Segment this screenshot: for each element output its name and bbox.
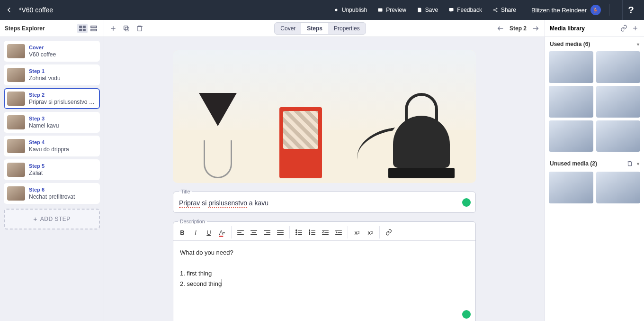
link-media-icon[interactable] [619, 24, 628, 33]
step-nav-label: Step 2 [510, 25, 527, 32]
sidebar-step-item[interactable]: Step 4Kavu do drippra [4, 136, 100, 156]
step-hero-image[interactable] [173, 50, 476, 183]
used-media-grid [545, 51, 644, 156]
step-name: Zaliat [29, 170, 45, 176]
outdent-button[interactable] [319, 226, 331, 238]
subscript-button[interactable]: x2 [364, 226, 376, 238]
step-name: Kavu do drippra [29, 146, 69, 153]
bold-button[interactable]: B [176, 226, 188, 238]
description-field: Description B I U A ▾ [173, 219, 476, 321]
step-nav: Step 2 [496, 24, 540, 33]
italic-button[interactable]: I [189, 226, 202, 238]
preview-button[interactable]: Preview [374, 4, 410, 16]
align-right-button[interactable] [261, 226, 273, 238]
align-center-button[interactable] [248, 226, 260, 238]
step-label: Step 5 [29, 163, 45, 169]
trash-icon[interactable] [626, 159, 634, 168]
svg-rect-16 [125, 27, 129, 31]
media-thumb[interactable] [596, 51, 641, 83]
media-thumb[interactable] [596, 86, 641, 118]
grid-view-icon[interactable] [77, 24, 88, 33]
add-step-button[interactable]: +ADD STEP [4, 209, 100, 229]
svg-point-4 [496, 8, 497, 9]
svg-text:3: 3 [309, 233, 310, 235]
step-thumb [7, 68, 25, 82]
step-name: Zohriat vodu [29, 75, 61, 82]
svg-line-6 [494, 9, 496, 10]
steps-sidebar: Steps Explorer CoverV60 coffeeStep 1Zohr… [0, 20, 104, 321]
sidebar-step-item[interactable]: Step 2Priprav si prislusenstvo … [4, 88, 100, 109]
prev-step-icon[interactable] [496, 24, 505, 33]
duplicate-icon[interactable] [122, 24, 131, 33]
current-user[interactable]: Blitzen the Reindeer 🦌 [531, 5, 601, 15]
step-thumb [7, 44, 25, 58]
save-button[interactable]: Save [413, 4, 442, 16]
tab-properties[interactable]: Properties [328, 23, 366, 34]
share-button[interactable]: Share [489, 4, 520, 16]
svg-point-35 [296, 234, 297, 235]
indent-button[interactable] [332, 226, 345, 238]
step-name: V60 coffee [29, 51, 56, 58]
used-media-label: Used media (6) [550, 41, 637, 47]
add-icon[interactable] [109, 24, 117, 33]
sidebar-title: Steps Explorer [5, 25, 45, 32]
sidebar-step-item[interactable]: CoverV60 coffee [4, 41, 100, 62]
svg-rect-2 [449, 8, 454, 11]
svg-rect-53 [628, 162, 632, 166]
olist-button[interactable]: 123 [306, 226, 318, 238]
media-thumb[interactable] [549, 172, 593, 203]
step-name: Priprav si prislusenstvo … [29, 99, 95, 105]
help-icon[interactable]: ? [622, 0, 639, 20]
next-step-icon[interactable] [531, 24, 540, 33]
media-thumb[interactable] [549, 86, 593, 118]
superscript-button[interactable]: x2 [351, 226, 363, 238]
svg-rect-18 [138, 27, 142, 31]
link-button[interactable] [383, 226, 395, 238]
media-title: Media library [550, 25, 617, 32]
svg-point-0 [335, 9, 337, 11]
align-justify-button[interactable] [274, 226, 286, 238]
feedback-button[interactable]: Feedback [445, 4, 486, 16]
svg-rect-8 [79, 26, 82, 28]
title-field: Title Priprav si prislusenstvo a kavu [173, 189, 476, 213]
step-name: Nechat prefiltrovat [29, 193, 75, 200]
media-thumb[interactable] [549, 51, 593, 83]
align-left-button[interactable] [234, 226, 247, 238]
view-toggle [77, 24, 99, 33]
ulist-button[interactable] [293, 226, 305, 238]
doc-title: *V60 coffee [19, 6, 53, 14]
sidebar-step-item[interactable]: Step 5Zaliat [4, 159, 100, 180]
svg-rect-9 [83, 26, 86, 28]
tab-cover[interactable]: Cover [275, 23, 301, 34]
sidebar-step-item[interactable]: Step 6Nechat prefiltrovat [4, 183, 100, 204]
title-input[interactable]: Priprav si prislusenstvo a kavu [179, 199, 470, 207]
step-thumb [7, 186, 25, 201]
description-editor[interactable]: What do you need? 1. first thing 2. seco… [173, 241, 475, 321]
step-label: Step 2 [29, 92, 95, 98]
list-view-icon[interactable] [89, 24, 99, 33]
center-area: Cover Steps Properties Step 2 Title [104, 20, 545, 321]
delete-icon[interactable] [135, 24, 144, 33]
media-thumb[interactable] [596, 120, 641, 152]
back-icon[interactable] [5, 6, 13, 14]
textcolor-button[interactable]: A ▾ [216, 226, 228, 238]
sidebar-step-item[interactable]: Step 1Zohriat vodu [4, 64, 100, 85]
add-media-icon[interactable] [631, 24, 639, 33]
media-thumb[interactable] [549, 120, 593, 152]
svg-point-3 [493, 9, 494, 10]
svg-rect-17 [124, 26, 128, 29]
svg-rect-12 [91, 26, 97, 27]
sidebar-step-item[interactable]: Step 3Namel kavu [4, 112, 100, 133]
editor-tabs: Cover Steps Properties [274, 22, 366, 35]
app-header: *V60 coffee Unpublish Preview Save Feedb… [0, 0, 644, 20]
step-thumb [7, 163, 25, 177]
grammarly-icon [462, 310, 471, 319]
media-thumb[interactable] [596, 172, 641, 203]
tab-steps[interactable]: Steps [301, 23, 328, 34]
step-label: Step 4 [29, 139, 69, 145]
chevron-down-icon: ▾ [637, 42, 639, 47]
svg-rect-11 [83, 28, 86, 31]
underline-button[interactable]: U [203, 226, 215, 238]
step-label: Step 6 [29, 187, 75, 193]
unpublish-button[interactable]: Unpublish [330, 4, 371, 16]
